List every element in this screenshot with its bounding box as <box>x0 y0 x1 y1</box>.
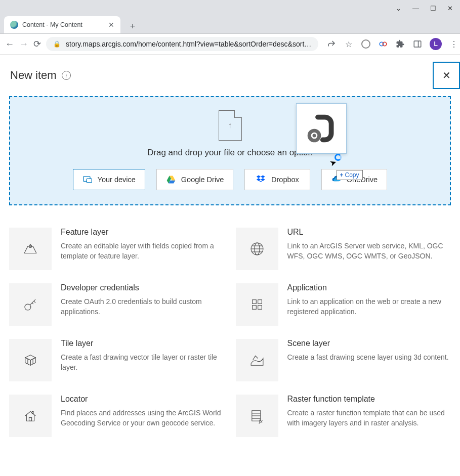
toolbar-icons: ☆ L ⋮ <box>323 38 459 50</box>
cursor-icon: ➤ <box>327 158 340 170</box>
item-type-grid: Feature layer Create an editable layer w… <box>0 205 460 447</box>
dialog-title: New item i <box>10 69 71 82</box>
chevron-down-icon[interactable]: ⌄ <box>396 5 401 12</box>
svg-rect-23 <box>258 300 262 304</box>
browser-chrome: ⌄ — ☐ ✕ Content - My Content ✕ + <box>0 0 460 34</box>
svg-text:fx: fx <box>259 418 263 424</box>
lock-icon: 🔒 <box>53 40 61 48</box>
tab-title: Content - My Content <box>22 21 104 28</box>
url-text: story.maps.arcgis.com/home/content.html?… <box>66 40 311 48</box>
dialog-close-button[interactable]: ✕ <box>433 62 460 89</box>
card-title: Scene layer <box>287 339 451 348</box>
dropzone-header: ↑ ➤ + Copy <box>10 110 450 141</box>
card-desc: Create a raster function template that c… <box>287 408 451 428</box>
card-desc: Link to an application on the web or cre… <box>287 296 451 317</box>
card-title: Raster function template <box>287 395 451 404</box>
card-desc: Find places and addresses using the ArcG… <box>61 408 225 428</box>
browser-toolbar: ← → ⟳ 🔒 story.maps.arcgis.com/home/conte… <box>0 34 460 55</box>
google-drive-label: Google Drive <box>181 176 224 184</box>
reload-button[interactable]: ⟳ <box>33 38 41 50</box>
tab-close-icon[interactable]: ✕ <box>108 21 114 29</box>
extensions-icon[interactable] <box>395 39 405 49</box>
key-icon <box>9 283 52 326</box>
sidepanel-icon[interactable] <box>412 39 423 49</box>
window-controls: ⌄ — ☐ ✕ <box>0 0 460 15</box>
svg-rect-22 <box>252 300 256 304</box>
device-icon <box>82 175 93 185</box>
new-tab-button[interactable]: + <box>126 19 140 33</box>
card-desc: Create a fast drawing vector tile layer … <box>61 352 225 373</box>
raster-function-icon: fx <box>236 395 278 437</box>
svg-point-18 <box>25 304 31 310</box>
dropbox-button[interactable]: Dropbox <box>244 169 310 190</box>
card-title: Locator <box>61 395 225 404</box>
card-title: Developer credentials <box>61 283 225 292</box>
svg-line-20 <box>34 301 35 302</box>
dropzone-text: Drag and drop your file or choose an opt… <box>10 148 450 158</box>
dragged-file-thumbnail <box>296 103 347 154</box>
favicon-icon <box>10 21 18 29</box>
house-icon <box>9 395 52 437</box>
copy-badge-label: Copy <box>345 171 359 179</box>
browser-tab[interactable]: Content - My Content ✕ <box>4 16 120 33</box>
svg-rect-24 <box>252 306 256 310</box>
google-drive-icon <box>166 175 176 185</box>
svg-point-12 <box>30 245 31 246</box>
kebab-menu-icon[interactable]: ⋮ <box>449 39 459 49</box>
card-desc: Create an editable layer with fields cop… <box>61 241 225 262</box>
card-desc: Link to an ArcGIS Server web service, KM… <box>287 241 451 262</box>
back-button[interactable]: ← <box>5 39 14 50</box>
dropbox-icon <box>256 175 266 185</box>
address-bar[interactable]: 🔒 story.maps.arcgis.com/home/content.htm… <box>46 37 318 51</box>
option-application[interactable]: Application Link to an application on th… <box>236 283 451 326</box>
profile-avatar[interactable]: L <box>430 38 442 50</box>
option-raster-function-template[interactable]: fx Raster function template Create a ras… <box>236 395 451 437</box>
dropbox-label: Dropbox <box>271 176 299 184</box>
share-icon[interactable] <box>326 39 337 49</box>
your-device-button[interactable]: Your device <box>73 169 145 190</box>
your-device-label: Your device <box>98 176 136 184</box>
google-drive-button[interactable]: Google Drive <box>156 169 234 190</box>
dialog-header: New item i ✕ <box>0 55 460 96</box>
card-desc: Create OAuth 2.0 credentials to build cu… <box>61 296 225 317</box>
window-close-icon[interactable]: ✕ <box>447 5 453 12</box>
upload-file-icon: ↑ <box>219 110 242 141</box>
extension-circle-icon[interactable] <box>361 39 371 49</box>
plus-icon: + <box>340 171 344 179</box>
tab-strip: Content - My Content ✕ + <box>0 15 460 33</box>
maximize-icon[interactable]: ☐ <box>430 5 436 12</box>
feature-layer-icon <box>9 228 52 270</box>
apps-grid-icon <box>236 283 278 326</box>
option-url[interactable]: URL Link to an ArcGIS Server web service… <box>236 228 451 270</box>
globe-icon <box>236 228 278 270</box>
svg-rect-25 <box>258 306 262 310</box>
star-icon[interactable]: ☆ <box>344 39 354 49</box>
card-desc: Create a fast drawing scene layer using … <box>287 352 451 362</box>
copy-badge: + Copy <box>337 170 363 180</box>
svg-rect-7 <box>87 179 92 183</box>
tile-layer-icon <box>9 339 52 381</box>
extension-toggle-icon[interactable] <box>378 39 388 49</box>
card-title: Feature layer <box>61 228 225 237</box>
scene-layer-icon <box>236 339 278 381</box>
option-scene-layer[interactable]: Scene layer Create a fast drawing scene … <box>236 339 451 381</box>
minimize-icon[interactable]: — <box>412 5 419 12</box>
option-developer-credentials[interactable]: Developer credentials Create OAuth 2.0 c… <box>9 283 225 326</box>
svg-line-21 <box>32 303 33 305</box>
dropzone[interactable]: ↑ ➤ + Copy Drag an <box>9 96 451 205</box>
option-feature-layer[interactable]: Feature layer Create an editable layer w… <box>9 228 225 270</box>
card-title: URL <box>287 228 451 237</box>
svg-point-5 <box>312 134 316 138</box>
upload-options: Your device Google Drive Dropbox <box>10 169 450 190</box>
card-title: Application <box>287 283 451 292</box>
info-icon[interactable]: i <box>62 71 71 80</box>
dialog-title-text: New item <box>10 69 57 82</box>
new-item-dialog: New item i ✕ ↑ ➤ <box>0 55 460 447</box>
card-title: Tile layer <box>61 339 225 348</box>
option-tile-layer[interactable]: Tile layer Create a fast drawing vector … <box>9 339 225 381</box>
svg-rect-2 <box>414 41 422 47</box>
svg-rect-28 <box>29 417 31 421</box>
option-locator[interactable]: Locator Find places and addresses using … <box>9 395 225 437</box>
forward-button[interactable]: → <box>19 39 28 50</box>
